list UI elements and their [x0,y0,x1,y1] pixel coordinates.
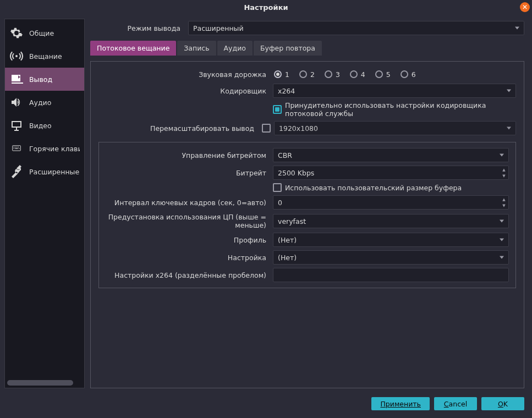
custom-buffer-label: Использовать пользовательский размер буф… [285,184,462,192]
tools-icon [9,164,24,179]
footer: Применить Cancel OK [0,393,532,415]
gear-icon [9,26,24,40]
svg-rect-7 [19,148,19,148]
audio-track-5[interactable]: 5 [375,70,391,79]
tab-recording[interactable]: Запись [177,41,216,56]
sidebar-scrollbar[interactable] [7,380,82,386]
tune-label: Настройка [106,254,270,262]
sidebar-item-audio[interactable]: Аудио [5,91,84,114]
sidebar-item-output[interactable]: Вывод [5,68,84,91]
svg-rect-6 [15,148,18,148]
x264opts-input[interactable] [273,268,509,282]
sidebar-item-advanced[interactable]: Расширенные [5,160,84,183]
audio-track-label: Звуковая дорожка [98,70,270,79]
keyboard-icon [9,141,24,156]
bitrate-up[interactable]: ▲ [500,167,508,173]
sidebar-item-label: Аудио [29,98,51,107]
sidebar: Общие Вещание Вывод Аудио Видео Горячие … [4,19,85,388]
sidebar-item-general[interactable]: Общие [5,21,84,45]
rescale-label: Перемасштабировать вывод [98,124,259,133]
svg-rect-5 [14,148,14,148]
sidebar-item-label: Расширенные [29,168,79,176]
output-mode-label: Режим вывода [90,24,185,32]
sidebar-item-label: Вывод [29,75,52,84]
audio-track-3[interactable]: 3 [325,70,340,79]
profile-select[interactable]: (Нет) [273,233,509,247]
rate-control-label: Управление битрейтом [106,151,270,160]
sidebar-item-label: Видео [29,122,52,130]
output-icon [9,72,24,86]
profile-label: Профиль [106,236,270,244]
bitrate-spinner[interactable]: 2500 Kbps ▲▼ [273,166,509,180]
audio-track-1[interactable]: 1 [274,70,289,79]
sidebar-item-hotkeys[interactable]: Горячие клавиши [5,137,84,160]
audio-track-2[interactable]: 2 [299,70,315,79]
svg-rect-3 [17,147,17,147]
monitor-icon [9,118,24,133]
rescale-select[interactable]: 1920x1080 [274,121,516,135]
cancel-button[interactable]: Cancel [434,397,477,410]
sidebar-item-stream[interactable]: Вещание [5,45,84,68]
bitrate-value: 2500 Kbps [278,169,314,177]
speaker-icon [9,95,24,109]
keyframe-up[interactable]: ▲ [500,196,508,202]
enforce-checkbox[interactable] [273,105,282,114]
encoder-settings-panel: Управление битрейтом CBR Битрейт 2500 Kb… [98,142,516,288]
tab-audio[interactable]: Аудио [217,41,253,56]
svg-rect-1 [14,147,14,147]
custom-buffer-checkbox[interactable] [273,183,282,192]
output-mode-select[interactable]: Расширенный [188,21,524,35]
window-title: Настройки [244,3,288,12]
svg-rect-4 [18,147,19,147]
sidebar-item-video[interactable]: Видео [5,114,84,137]
sidebar-item-label: Горячие клавиши [29,145,80,153]
enforce-label: Принудительно использовать настройки код… [285,101,516,118]
svg-rect-2 [15,147,15,147]
apply-button[interactable]: Применить [371,397,430,410]
audio-track-6[interactable]: 6 [401,70,416,79]
tune-value: (Нет) [278,254,297,262]
preset-value: veryfast [278,217,306,226]
audio-track-radios: 1 2 3 4 5 6 [273,70,416,79]
tabs: Потоковое вещание Запись Аудио Буфер пов… [90,41,524,56]
keyframe-spinner[interactable]: 0 ▲▼ [273,195,509,210]
titlebar: Настройки ✕ [0,0,532,14]
keyframe-value: 0 [278,199,282,207]
preset-label: Предустановка использования ЦП (выше = м… [106,213,270,229]
antenna-icon [9,49,24,63]
bitrate-down[interactable]: ▼ [500,173,508,179]
close-button[interactable]: ✕ [520,2,530,12]
tab-replay-buffer[interactable]: Буфер повтора [254,41,322,56]
audio-track-4[interactable]: 4 [350,70,365,79]
encoder-value: x264 [278,87,295,95]
streaming-panel: Звуковая дорожка 1 2 3 4 5 6 Кодировщик … [90,61,524,388]
svg-rect-0 [13,146,21,151]
profile-value: (Нет) [278,236,297,244]
rate-control-value: CBR [278,151,292,160]
x264opts-label: Настройки x264 (разделённые пробелом) [106,271,270,279]
tune-select[interactable]: (Нет) [273,250,509,265]
ok-button[interactable]: OK [481,397,524,410]
rescale-value: 1920x1080 [279,124,318,133]
preset-select[interactable]: veryfast [273,214,509,228]
rate-control-select[interactable]: CBR [273,148,509,162]
bitrate-label: Битрейт [106,169,270,177]
keyframe-down[interactable]: ▼ [500,202,508,208]
encoder-label: Кодировщик [98,87,270,95]
tab-streaming[interactable]: Потоковое вещание [90,41,176,56]
rescale-checkbox[interactable] [262,124,271,133]
encoder-select[interactable]: x264 [273,84,516,98]
sidebar-item-label: Вещание [29,52,62,61]
sidebar-item-label: Общие [29,29,54,37]
keyframe-label: Интервал ключевых кадров (сек, 0=авто) [106,199,270,207]
output-mode-value: Расширенный [193,24,244,32]
